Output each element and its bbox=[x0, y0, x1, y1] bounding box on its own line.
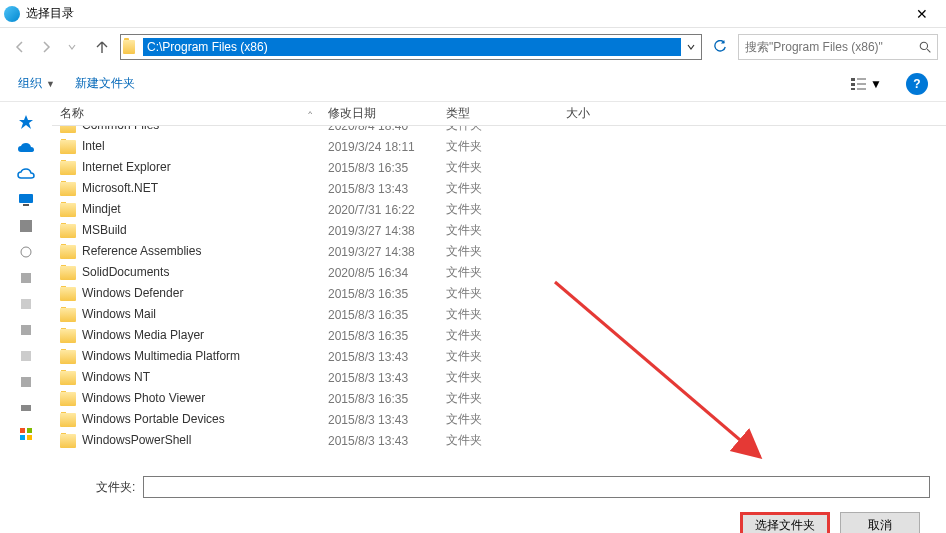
table-row[interactable]: Windows Photo Viewer2015/8/3 16:35文件夹 bbox=[52, 388, 946, 409]
path-input[interactable] bbox=[143, 38, 681, 56]
file-date: 2015/8/3 13:43 bbox=[320, 413, 438, 427]
svg-rect-16 bbox=[21, 377, 31, 387]
folder-icon bbox=[60, 182, 76, 196]
view-options-button[interactable]: ▼ bbox=[846, 75, 886, 93]
table-row[interactable]: Common Files2020/8/4 18:40文件夹 bbox=[52, 126, 946, 136]
table-row[interactable]: Reference Assemblies2019/3/27 14:38文件夹 bbox=[52, 241, 946, 262]
chevron-down-icon: ▼ bbox=[870, 77, 882, 91]
file-name: Windows Portable Devices bbox=[82, 412, 225, 426]
search-input[interactable] bbox=[739, 38, 913, 56]
column-header-size[interactable]: 大小 bbox=[558, 105, 638, 122]
search-box[interactable] bbox=[738, 34, 938, 60]
file-date: 2015/8/3 16:35 bbox=[320, 287, 438, 301]
table-row[interactable]: Microsoft.NET2015/8/3 13:43文件夹 bbox=[52, 178, 946, 199]
organize-label: 组织 bbox=[18, 75, 42, 92]
address-bar[interactable] bbox=[120, 34, 702, 60]
table-row[interactable]: Windows Media Player2015/8/3 16:35文件夹 bbox=[52, 325, 946, 346]
path-dropdown-icon[interactable] bbox=[681, 42, 701, 52]
file-list: Common Files2020/8/4 18:40文件夹Intel2019/3… bbox=[52, 126, 946, 460]
column-header-type[interactable]: 类型 bbox=[438, 105, 558, 122]
refresh-button[interactable] bbox=[708, 35, 732, 59]
file-type: 文件夹 bbox=[438, 264, 558, 281]
sidebar-windows-icon[interactable] bbox=[10, 422, 42, 446]
folder-icon bbox=[60, 434, 76, 448]
close-button[interactable]: ✕ bbox=[902, 0, 942, 28]
sort-indicator-icon: ^ bbox=[308, 109, 312, 118]
file-name: Windows NT bbox=[82, 370, 150, 384]
new-folder-button[interactable]: 新建文件夹 bbox=[75, 75, 135, 92]
file-name: Internet Explorer bbox=[82, 160, 171, 174]
table-row[interactable]: Windows Mail2015/8/3 16:35文件夹 bbox=[52, 304, 946, 325]
file-type: 文件夹 bbox=[438, 432, 558, 449]
forward-button[interactable] bbox=[34, 35, 58, 59]
svg-point-0 bbox=[920, 42, 927, 49]
help-button[interactable]: ? bbox=[906, 73, 928, 95]
file-name: Intel bbox=[82, 139, 105, 153]
file-date: 2020/8/4 18:40 bbox=[320, 126, 438, 133]
folder-icon bbox=[60, 350, 76, 364]
table-row[interactable]: Windows Portable Devices2015/8/3 13:43文件… bbox=[52, 409, 946, 430]
file-date: 2015/8/3 13:43 bbox=[320, 371, 438, 385]
select-folder-button[interactable]: 选择文件夹 bbox=[740, 512, 830, 533]
svg-rect-10 bbox=[20, 220, 32, 232]
sidebar-quick-access-icon[interactable] bbox=[10, 110, 42, 134]
sidebar-item[interactable] bbox=[10, 266, 42, 290]
svg-rect-8 bbox=[19, 194, 33, 203]
sidebar-item[interactable] bbox=[10, 214, 42, 238]
table-row[interactable]: Windows Multimedia Platform2015/8/3 13:4… bbox=[52, 346, 946, 367]
sidebar-item[interactable] bbox=[10, 240, 42, 264]
folder-icon bbox=[60, 266, 76, 280]
file-type: 文件夹 bbox=[438, 243, 558, 260]
table-row[interactable]: Internet Explorer2015/8/3 16:35文件夹 bbox=[52, 157, 946, 178]
file-type: 文件夹 bbox=[438, 390, 558, 407]
sidebar-item[interactable] bbox=[10, 396, 42, 420]
column-header-name[interactable]: 名称 ^ bbox=[52, 105, 320, 122]
folder-icon bbox=[60, 287, 76, 301]
file-type: 文件夹 bbox=[438, 201, 558, 218]
sidebar-cloud-icon[interactable] bbox=[10, 162, 42, 186]
column-header-date[interactable]: 修改日期 bbox=[320, 105, 438, 122]
sidebar-item[interactable] bbox=[10, 318, 42, 342]
up-button[interactable] bbox=[90, 35, 114, 59]
sidebar-item[interactable] bbox=[10, 292, 42, 316]
back-button[interactable] bbox=[8, 35, 32, 59]
file-type: 文件夹 bbox=[438, 306, 558, 323]
folder-name-input[interactable] bbox=[143, 476, 930, 498]
file-date: 2020/7/31 16:22 bbox=[320, 203, 438, 217]
sidebar-pc-icon[interactable] bbox=[10, 188, 42, 212]
file-type: 文件夹 bbox=[438, 285, 558, 302]
file-type: 文件夹 bbox=[438, 222, 558, 239]
folder-icon bbox=[60, 308, 76, 322]
table-row[interactable]: Mindjet2020/7/31 16:22文件夹 bbox=[52, 199, 946, 220]
app-icon bbox=[4, 6, 20, 22]
file-name: Mindjet bbox=[82, 202, 121, 216]
svg-rect-9 bbox=[23, 204, 29, 206]
table-row[interactable]: Windows NT2015/8/3 13:43文件夹 bbox=[52, 367, 946, 388]
table-row[interactable]: SolidDocuments2020/8/5 16:34文件夹 bbox=[52, 262, 946, 283]
table-row[interactable]: MSBuild2019/3/27 14:38文件夹 bbox=[52, 220, 946, 241]
window-title: 选择目录 bbox=[26, 5, 902, 22]
sidebar-item[interactable] bbox=[10, 344, 42, 368]
file-type: 文件夹 bbox=[438, 159, 558, 176]
svg-rect-3 bbox=[851, 83, 855, 86]
folder-icon bbox=[60, 203, 76, 217]
cancel-button[interactable]: 取消 bbox=[840, 512, 920, 533]
recent-dropdown-icon[interactable] bbox=[60, 35, 84, 59]
sidebar-item[interactable] bbox=[10, 370, 42, 394]
file-type: 文件夹 bbox=[438, 369, 558, 386]
svg-rect-15 bbox=[21, 351, 31, 361]
folder-icon bbox=[60, 140, 76, 154]
svg-rect-17 bbox=[21, 405, 31, 411]
file-name: Reference Assemblies bbox=[82, 244, 201, 258]
organize-menu[interactable]: 组织 ▼ bbox=[18, 75, 55, 92]
file-name: Microsoft.NET bbox=[82, 181, 158, 195]
file-name: Windows Defender bbox=[82, 286, 183, 300]
table-row[interactable]: Intel2019/3/24 18:11文件夹 bbox=[52, 136, 946, 157]
file-name: Common Files bbox=[82, 126, 159, 132]
file-name: Windows Media Player bbox=[82, 328, 204, 342]
table-row[interactable]: Windows Defender2015/8/3 16:35文件夹 bbox=[52, 283, 946, 304]
search-icon[interactable] bbox=[913, 41, 937, 54]
file-date: 2015/8/3 16:35 bbox=[320, 329, 438, 343]
table-row[interactable]: WindowsPowerShell2015/8/3 13:43文件夹 bbox=[52, 430, 946, 451]
sidebar-onedrive-icon[interactable] bbox=[10, 136, 42, 160]
